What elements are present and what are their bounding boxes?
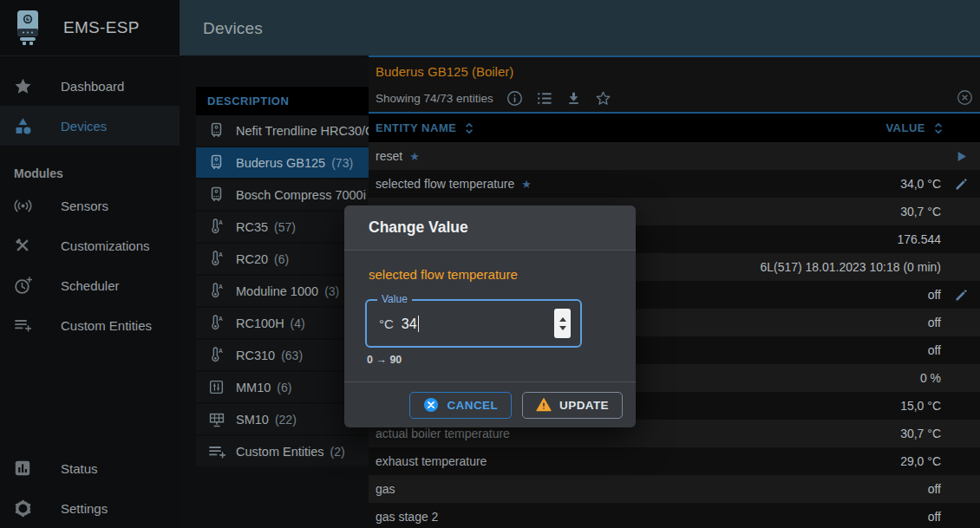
value-input-label: Value [377, 293, 412, 305]
dialog-footer: CANCEL UPDATE [344, 381, 636, 427]
dialog-entity-label: selected flow temperature [369, 267, 518, 282]
stepper-down-icon[interactable] [559, 326, 566, 330]
text-caret [418, 316, 420, 332]
value-input-text: 34 [402, 316, 419, 332]
cancel-circle-icon [423, 397, 439, 413]
dialog-header: Change Value [344, 205, 636, 251]
dialog-title: Change Value [369, 218, 468, 237]
value-range-hint: 0 → 90 [367, 354, 402, 366]
change-value-dialog: Change Value selected flow temperature V… [344, 205, 636, 427]
value-input[interactable]: Value °C 34 [365, 299, 582, 348]
number-stepper[interactable] [554, 309, 571, 338]
update-button[interactable]: UPDATE [522, 392, 623, 419]
stepper-up-icon[interactable] [559, 317, 566, 322]
unit-text: °C [379, 316, 394, 331]
warning-icon [536, 397, 552, 413]
cancel-button[interactable]: CANCEL [409, 392, 512, 419]
